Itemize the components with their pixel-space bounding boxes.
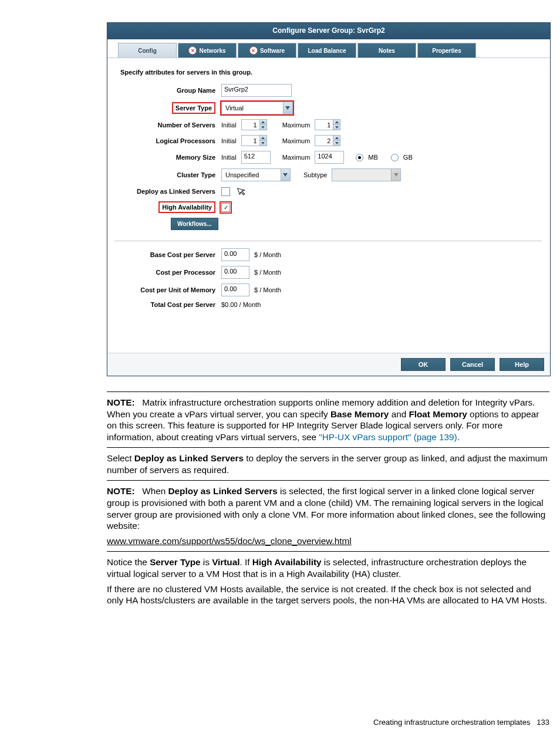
cluster-type-select[interactable]: Unspecified [221, 168, 291, 181]
chevron-down-icon [260, 140, 266, 146]
procs-initial-spinner[interactable]: 1 [241, 135, 267, 146]
dialog-body: Specify attributes for servers in this g… [107, 58, 550, 353]
base-cost-input[interactable]: 0.00 [221, 248, 249, 261]
server-type-select[interactable]: Virtual [221, 102, 293, 114]
chevron-down-icon [281, 169, 290, 181]
total-cost-value: $0.00 / Month [221, 301, 261, 308]
label-logical-processors: Logical Processors [116, 137, 221, 144]
tab-load-balance[interactable]: Load Balance [298, 43, 356, 58]
svg-marker-10 [394, 173, 399, 177]
cluster-subtype-select[interactable] [332, 168, 401, 181]
tab-networks[interactable]: ✕ Networks [178, 43, 237, 58]
paragraph-no-hosts: If there are no clustered VM Hosts avail… [107, 583, 549, 606]
dialog-title: Configure Server Group: SvrGrp2 [107, 23, 550, 39]
label-total-cost: Total Cost per Server [116, 301, 221, 308]
procs-max-spinner[interactable]: 2 [315, 135, 340, 146]
memory-max-input[interactable]: 1024 [315, 151, 344, 164]
workflows-button[interactable]: Workflows... [171, 218, 218, 230]
help-button[interactable]: Help [500, 358, 544, 371]
document-body: NOTE: Matrix infrastructure orchestratio… [107, 391, 549, 606]
svg-marker-4 [335, 126, 339, 129]
svg-marker-9 [283, 173, 288, 177]
configure-server-group-dialog: Configure Server Group: SvrGrp2 Config ✕… [107, 22, 551, 376]
chevron-down-icon [391, 169, 400, 181]
chevron-down-icon [260, 124, 266, 130]
high-availability-checkbox[interactable]: ✓ [221, 203, 230, 212]
svg-marker-1 [261, 121, 265, 123]
label-high-availability: High Availability [116, 201, 221, 213]
cost-memory-input[interactable]: 0.00 [221, 283, 249, 296]
chevron-down-icon [283, 102, 292, 114]
label-cost-memory: Cost per Unit of Memory [116, 286, 221, 293]
label-base-cost: Base Cost per Server [116, 251, 221, 258]
vmware-clone-url[interactable]: www.vmware.com/support/ws55/doc/ws_clone… [107, 536, 352, 546]
unit-mb-radio[interactable] [356, 154, 363, 161]
note-2: NOTE: When Deploy as Linked Servers is s… [107, 485, 549, 531]
form-caption: Specify attributes for servers in this g… [120, 69, 542, 76]
paragraph-deploy-linked: Select Deploy as Linked Servers to deplo… [107, 453, 549, 475]
chevron-up-icon [333, 136, 340, 140]
dialog-tabs: Config ✕ Networks ✕ Software Load Balanc… [107, 39, 550, 58]
cursor-icon [237, 185, 249, 198]
svg-marker-2 [261, 126, 265, 129]
tab-config[interactable]: Config [118, 43, 177, 58]
ok-button[interactable]: OK [401, 358, 446, 371]
label-memory-size: Memory Size [116, 154, 221, 161]
cancel-button[interactable]: Cancel [450, 358, 495, 371]
label-cluster-type: Cluster Type [116, 171, 221, 178]
svg-marker-0 [285, 106, 290, 110]
paragraph-server-type: Notice the Server Type is Virtual. If Hi… [107, 556, 549, 579]
svg-marker-6 [261, 142, 265, 144]
tab-properties[interactable]: Properties [417, 43, 476, 58]
label-group-name: Group Name [116, 87, 221, 94]
chevron-up-icon [260, 136, 266, 140]
group-name-input[interactable]: SvrGrp2 [221, 84, 292, 97]
note-1: NOTE: Matrix infrastructure orchestratio… [107, 397, 549, 443]
tab-software[interactable]: ✕ Software [238, 43, 296, 58]
svg-marker-3 [335, 121, 339, 123]
chevron-down-icon [333, 124, 340, 130]
vpars-support-link[interactable]: "HP-UX vPars support" (page 139) [319, 432, 457, 442]
dialog-footer: OK Cancel Help [107, 353, 550, 376]
chevron-up-icon [333, 120, 340, 124]
deploy-linked-checkbox[interactable] [221, 187, 230, 196]
label-number-of-servers: Number of Servers [116, 121, 221, 129]
label-deploy-linked: Deploy as Linked Servers [116, 188, 221, 195]
tab-notes[interactable]: Notes [357, 43, 416, 58]
svg-marker-8 [335, 142, 339, 144]
unit-gb-radio[interactable] [391, 154, 399, 161]
cost-processor-input[interactable]: 0.00 [221, 266, 249, 279]
svg-marker-7 [335, 137, 339, 139]
label-cost-processor: Cost per Processor [116, 269, 221, 276]
servers-max-spinner[interactable]: 1 [315, 119, 340, 130]
error-icon: ✕ [188, 46, 197, 55]
chevron-down-icon [333, 140, 340, 146]
error-icon: ✕ [249, 46, 258, 55]
chevron-up-icon [260, 120, 266, 124]
memory-initial-input[interactable]: 512 [241, 151, 271, 164]
servers-initial-spinner[interactable]: 1 [241, 119, 267, 130]
page-footer: Creating infrastructure orchestration te… [107, 718, 549, 727]
label-server-type: Server Type [116, 102, 221, 114]
svg-marker-5 [261, 137, 265, 139]
svg-marker-11 [238, 186, 246, 196]
